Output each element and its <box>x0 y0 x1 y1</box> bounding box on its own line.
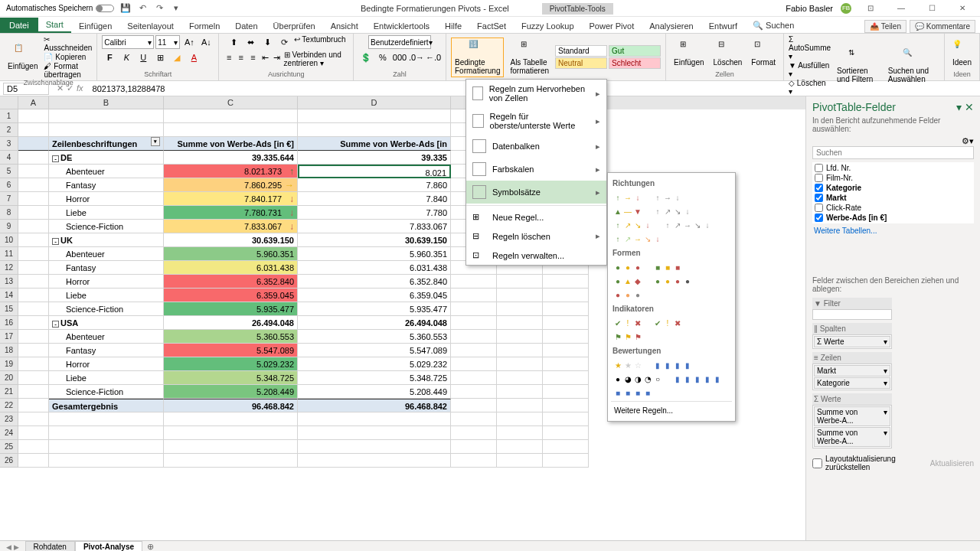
iconset-5arrows-colored[interactable]: ↑↗→↘↓ <box>612 233 663 244</box>
cf-highlight-rules[interactable]: Regeln zum Hervorheben von Zellen▸ <box>466 80 606 107</box>
row-header-12[interactable]: 12 <box>0 261 18 275</box>
orientation-icon[interactable]: ⟳ <box>277 35 292 49</box>
area-filter-box[interactable] <box>812 309 892 320</box>
cf-top-bottom-rules[interactable]: Regeln für oberste/unterste Werte▸ <box>466 107 606 135</box>
decrease-font-icon[interactable]: A↓ <box>198 35 214 49</box>
tab-daten[interactable]: Daten <box>227 19 265 33</box>
field-item[interactable]: Werbe-Ads [in €] <box>813 213 973 223</box>
font-size-select[interactable]: 11▾ <box>155 35 180 49</box>
area-item[interactable]: Kategorie▾ <box>814 377 890 389</box>
tab-hilfe[interactable]: Hilfe <box>437 19 469 33</box>
tab-start[interactable]: Start <box>38 18 71 33</box>
pivot-tools-icon[interactable]: ⚙▾ <box>962 136 974 146</box>
row-header-23[interactable]: 23 <box>0 412 18 426</box>
row-header-16[interactable]: 16 <box>0 316 18 330</box>
decrease-decimal-icon[interactable]: ←.0 <box>426 51 441 64</box>
sheet-tab-rohdaten[interactable]: Rohdaten <box>25 541 75 551</box>
iconset-4arrows-colored[interactable]: ↑↗↘↓ <box>612 220 653 230</box>
align-right-icon[interactable]: ≡ <box>248 51 259 64</box>
row-header-25[interactable]: 25 <box>0 440 18 454</box>
ideen-button[interactable]: 💡Ideen <box>949 38 975 68</box>
fill-button[interactable]: ▼ Ausfüllen ▾ <box>789 61 831 78</box>
iconset-3trafficlights1[interactable]: ●●● <box>612 262 643 272</box>
qat-customize-icon[interactable]: ▾ <box>171 3 181 14</box>
row-header-21[interactable]: 21 <box>0 385 18 399</box>
iconset-3flags[interactable]: ⚑⚑⚑ <box>612 331 643 342</box>
filter-dropdown-icon[interactable]: ▾ <box>151 137 160 146</box>
conditional-formatting-button[interactable]: 🔢Bedingte Formatierung <box>451 37 504 77</box>
defer-layout-checkbox[interactable] <box>812 458 822 468</box>
cf-new-rule[interactable]: ⊞Neue Regel... <box>466 207 606 227</box>
cf-icon-sets[interactable]: Symbolsätze▸ <box>466 181 606 204</box>
teilen-button[interactable]: 📤 Teilen <box>864 20 906 33</box>
iconset-4arrows-gray[interactable]: ↑↗↘↓ <box>652 206 693 217</box>
row-header-22[interactable]: 22 <box>0 399 18 412</box>
pivot-search-input[interactable] <box>812 146 974 159</box>
align-left-icon[interactable]: ≡ <box>224 51 234 64</box>
field-checkbox[interactable] <box>815 164 823 172</box>
iconset-3triangles[interactable]: ▲—▼ <box>612 206 643 217</box>
tab-einfuegen[interactable]: Einfügen <box>71 19 119 33</box>
style-gut[interactable]: Gut <box>609 45 661 57</box>
format-painter-button[interactable]: 🖌 Format übertragen <box>44 62 92 79</box>
style-schlecht[interactable]: Schlecht <box>609 57 661 69</box>
row-header-9[interactable]: 9 <box>0 220 18 233</box>
underline-icon[interactable]: U <box>136 51 151 64</box>
iconset-redtoblack[interactable]: ●●● <box>612 289 643 300</box>
user-name[interactable]: Fabio Basler <box>786 4 833 13</box>
row-header-6[interactable]: 6 <box>0 178 18 192</box>
col-header-D[interactable]: D <box>298 96 451 109</box>
iconset-3arrows-colored[interactable]: ↑→↓ <box>612 192 643 203</box>
cut-button[interactable]: ✂ Ausschneiden <box>44 35 92 52</box>
row-header-20[interactable]: 20 <box>0 371 18 385</box>
delete-cells-button[interactable]: ⊟Löschen <box>710 38 746 68</box>
merge-button[interactable]: ⊞ Verbinden und zentrieren ▾ <box>284 51 348 67</box>
autosave-toggle[interactable]: Automatisches Speichern <box>6 4 114 12</box>
indent-dec-icon[interactable]: ⇤ <box>260 51 270 64</box>
cf-clear-rules[interactable]: ⊟Regeln löschen▸ <box>466 227 606 246</box>
format-as-table-button[interactable]: ⊞Als Tabelle formatieren <box>507 38 552 77</box>
iconset-3arrows-gray[interactable]: ↑→↓ <box>652 192 683 203</box>
iconsets-more-rules[interactable]: Weitere Regeln... <box>611 403 732 418</box>
increase-font-icon[interactable]: A↑ <box>181 35 197 49</box>
thousands-icon[interactable]: 000 <box>392 51 407 64</box>
row-header-19[interactable]: 19 <box>0 357 18 371</box>
sort-filter-button[interactable]: ⇅Sortieren und Filtern <box>834 47 882 85</box>
align-top-icon[interactable]: ⬆ <box>227 35 242 49</box>
sheet-nav-icon[interactable]: ◀ ▶ <box>0 543 25 551</box>
col-header-B[interactable]: B <box>49 96 164 109</box>
border-icon[interactable]: ⊞ <box>152 51 168 64</box>
field-checkbox[interactable] <box>815 184 823 192</box>
area-werte-box[interactable]: Summe von Werbe-A...▾Summe von Werbe-A..… <box>812 405 892 448</box>
field-item[interactable]: Lfd. Nr. <box>813 163 973 173</box>
percent-icon[interactable]: % <box>375 51 390 64</box>
field-checkbox[interactable] <box>815 214 823 222</box>
row-header-18[interactable]: 18 <box>0 344 18 357</box>
kommentare-button[interactable]: 💬 Kommentare <box>910 20 975 33</box>
style-neutral[interactable]: Neutral <box>555 57 607 69</box>
align-center-icon[interactable]: ≡ <box>236 51 247 64</box>
tab-suchen[interactable]: 🔍 Suchen <box>745 18 802 33</box>
cancel-formula-icon[interactable]: ✕ <box>57 83 64 93</box>
row-header-26[interactable]: 26 <box>0 454 18 468</box>
row-header-5[interactable]: 5 <box>0 165 18 178</box>
tab-powerpivot[interactable]: Power Pivot <box>582 19 642 33</box>
ribbon-options-icon[interactable]: ⊡ <box>859 1 882 16</box>
field-checkbox[interactable] <box>815 194 823 202</box>
copy-button[interactable]: 📄 Kopieren <box>44 53 92 61</box>
field-checkbox[interactable] <box>815 204 823 212</box>
row-header-11[interactable]: 11 <box>0 247 18 261</box>
format-cells-button[interactable]: ⊡Format <box>748 38 779 68</box>
area-item[interactable]: Summe von Werbe-A...▾ <box>814 427 890 447</box>
font-name-select[interactable]: Calibri▾ <box>102 35 154 49</box>
find-select-button[interactable]: 🔍Suchen und Auswählen <box>885 47 939 85</box>
row-header-8[interactable]: 8 <box>0 206 18 220</box>
field-item[interactable]: Kategorie <box>813 183 973 193</box>
iconset-4ratings[interactable]: ▮▮▮▮ <box>652 360 693 370</box>
cf-manage-rules[interactable]: ⊡Regeln verwalten... <box>466 246 606 265</box>
undo-icon[interactable]: ↶ <box>137 3 148 14</box>
row-header-13[interactable]: 13 <box>0 275 18 289</box>
bold-icon[interactable]: F <box>102 51 117 64</box>
field-checkbox[interactable] <box>815 174 823 182</box>
tab-entwickler[interactable]: Entwicklertools <box>366 19 437 33</box>
